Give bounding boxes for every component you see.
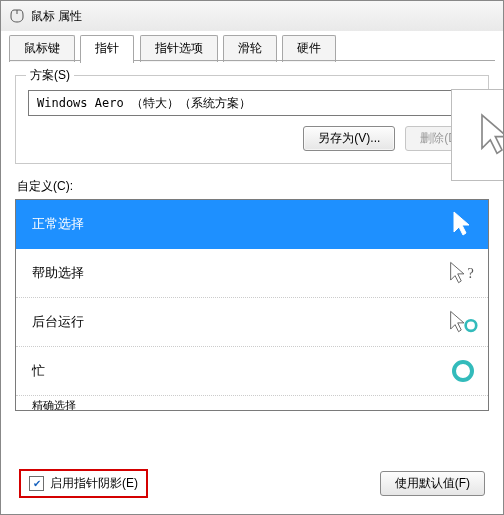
- scheme-groupbox: 方案(S) Windows Aero （特大）（系统方案） ▼ 另存为(V)..…: [15, 75, 489, 164]
- scheme-legend: 方案(S): [26, 67, 74, 84]
- scheme-combobox[interactable]: Windows Aero （特大）（系统方案） ▼: [28, 90, 476, 116]
- window-title: 鼠标 属性: [31, 8, 82, 25]
- tab-content: 方案(S) Windows Aero （特大）（系统方案） ▼ 另存为(V)..…: [1, 61, 503, 411]
- tab-pointers[interactable]: 指针: [80, 35, 134, 63]
- mouse-icon: [9, 8, 25, 24]
- cursor-label: 后台运行: [32, 313, 84, 331]
- titlebar: 鼠标 属性: [1, 1, 503, 31]
- cursor-label: 正常选择: [32, 215, 84, 233]
- arrow-busy-cursor-icon: [448, 307, 478, 337]
- cross-cursor-icon: [448, 390, 478, 411]
- tab-buttons[interactable]: 鼠标键: [9, 35, 75, 62]
- bottom-controls: ✔ 启用指针阴影(E) 使用默认值(F): [19, 469, 485, 498]
- customize-label: 自定义(C):: [17, 178, 489, 195]
- pointer-shadow-checkbox[interactable]: ✔: [29, 476, 44, 491]
- list-item[interactable]: 精确选择: [16, 396, 488, 411]
- tab-strip: 鼠标键 指针 指针选项 滑轮 硬件: [9, 35, 495, 61]
- list-item[interactable]: 正常选择: [16, 200, 488, 249]
- svg-point-1: [466, 320, 477, 331]
- pointer-shadow-label: 启用指针阴影(E): [50, 475, 138, 492]
- cursor-listbox[interactable]: 正常选择 帮助选择 ? 后台运行 忙: [15, 199, 489, 411]
- list-item[interactable]: 帮助选择 ?: [16, 249, 488, 298]
- arrow-cursor-icon: [448, 209, 478, 239]
- pointer-shadow-option: ✔ 启用指针阴影(E): [19, 469, 148, 498]
- use-default-button[interactable]: 使用默认值(F): [380, 471, 485, 496]
- svg-point-2: [454, 362, 472, 380]
- list-item[interactable]: 后台运行: [16, 298, 488, 347]
- cursor-label: 忙: [32, 362, 45, 380]
- tab-wheel[interactable]: 滑轮: [223, 35, 277, 62]
- cursor-preview-box: [451, 89, 504, 181]
- scheme-value: Windows Aero （特大）（系统方案）: [29, 95, 456, 112]
- cursor-label: 精确选择: [32, 398, 76, 412]
- arrow-help-cursor-icon: ?: [448, 258, 478, 288]
- save-as-button[interactable]: 另存为(V)...: [303, 126, 395, 151]
- tab-pointer-options[interactable]: 指针选项: [140, 35, 218, 62]
- cursor-label: 帮助选择: [32, 264, 84, 282]
- busy-cursor-icon: [448, 356, 478, 386]
- svg-text:?: ?: [467, 265, 473, 281]
- mouse-properties-window: 鼠标 属性 鼠标键 指针 指针选项 滑轮 硬件 方案(S) Windows Ae…: [0, 0, 504, 515]
- list-item[interactable]: 忙: [16, 347, 488, 396]
- tab-hardware[interactable]: 硬件: [282, 35, 336, 62]
